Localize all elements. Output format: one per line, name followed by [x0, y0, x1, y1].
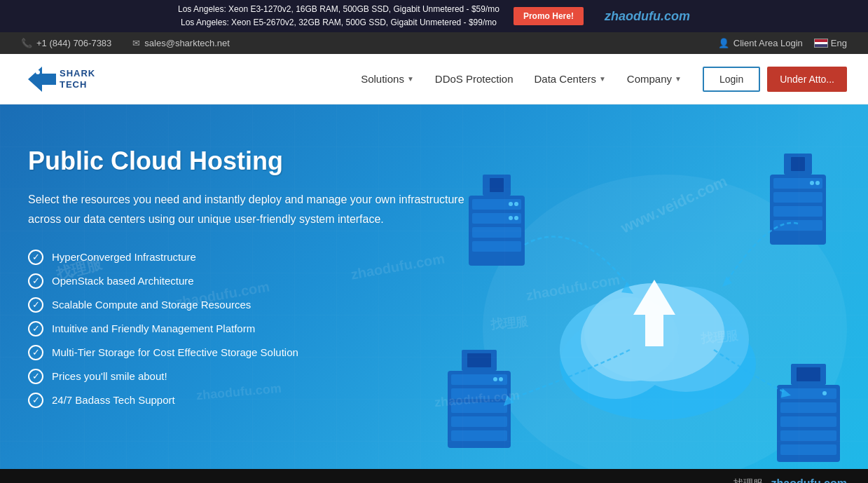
check-icon-4: ✓ — [28, 321, 43, 336]
company-dropdown-arrow: ▼ — [675, 75, 682, 83]
check-icon-3: ✓ — [28, 297, 43, 313]
svg-point-41 — [499, 377, 503, 381]
solutions-dropdown-arrow: ▼ — [407, 75, 414, 83]
feature-hyperconverged: ✓ HyperConverged Infrastructure — [28, 250, 476, 265]
nav-solutions-label: Solutions — [361, 73, 404, 85]
logo-area: SHARK TECH — [21, 60, 112, 98]
email-item: ✉ sales@sharktech.net — [132, 38, 230, 48]
hero-illustration — [448, 118, 868, 469]
feature-text-3: Scalable Compute and Storage Resources — [52, 299, 251, 311]
nav-company[interactable]: Company ▼ — [627, 73, 682, 85]
feature-intuitive: ✓ Intuitive and Friendly Management Plat… — [28, 321, 476, 336]
feature-support: ✓ 24/7 Badass Tech Support — [28, 393, 476, 408]
contact-right: 👤 Client Area Login Eng — [718, 38, 847, 48]
nav-company-label: Company — [627, 73, 672, 85]
svg-point-20 — [514, 202, 518, 206]
svg-rect-45 — [780, 416, 836, 427]
nav-ddos-label: DDoS Protection — [435, 73, 514, 85]
svg-rect-15 — [472, 227, 521, 238]
svg-point-21 — [509, 216, 513, 220]
svg-text:SHARK: SHARK — [60, 68, 95, 79]
svg-rect-29 — [791, 157, 805, 171]
svg-rect-47 — [780, 444, 836, 455]
client-login-link[interactable]: 👤 Client Area Login — [718, 38, 803, 48]
promo-text: Los Angeles: Xeon E3-1270v2, 16GB RAM, 5… — [178, 3, 500, 29]
svg-point-50 — [822, 391, 827, 395]
hero-content: Public Cloud Hosting Select the resource… — [28, 147, 476, 407]
hero-title: Public Cloud Hosting — [28, 147, 476, 176]
svg-rect-26 — [773, 206, 822, 217]
svg-rect-37 — [451, 430, 507, 441]
check-icon-5: ✓ — [28, 345, 43, 360]
feature-text-1: HyperConverged Infrastructure — [52, 251, 196, 263]
email-icon: ✉ — [132, 38, 140, 48]
svg-point-1 — [36, 70, 40, 74]
nav-datacenters-label: Data Centers — [535, 73, 596, 85]
promo-button[interactable]: Promo Here! — [514, 7, 584, 25]
feature-text-5: Multi-Tier Storage for Cost Effective St… — [52, 346, 298, 358]
login-button[interactable]: Login — [703, 67, 760, 92]
svg-rect-25 — [773, 192, 822, 203]
svg-text:TECH: TECH — [60, 79, 87, 90]
navbar: SHARK TECH Solutions ▼ DDoS Protection D… — [0, 54, 868, 104]
phone-item: 📞 +1 (844) 706-7383 — [21, 38, 111, 48]
svg-point-40 — [493, 377, 497, 381]
feature-prices: ✓ Prices you'll smile about! — [28, 369, 476, 384]
logo-box[interactable]: SHARK TECH — [21, 60, 112, 98]
nav-links: Solutions ▼ DDoS Protection Data Centers… — [361, 73, 682, 85]
feature-multitier: ✓ Multi-Tier Storage for Cost Effective … — [28, 345, 476, 360]
hero-description: Select the resources you need and instan… — [28, 190, 476, 228]
nav-ddos[interactable]: DDoS Protection — [435, 73, 514, 85]
user-icon: 👤 — [718, 38, 729, 48]
feature-text-7: 24/7 Badass Tech Support — [52, 394, 175, 406]
check-icon-7: ✓ — [28, 393, 43, 408]
svg-rect-44 — [780, 402, 836, 413]
client-login-label: Client Area Login — [733, 38, 803, 48]
promo-bar: Los Angeles: Xeon E3-1270v2, 16GB RAM, 5… — [0, 0, 868, 32]
feature-openstack: ✓ OpenStack based Architecture — [28, 273, 476, 289]
phone-number: +1 (844) 706-7383 — [36, 38, 111, 48]
svg-rect-46 — [780, 430, 836, 441]
promo-line-1: Los Angeles: Xeon E3-1270v2, 16GB RAM, 5… — [178, 4, 500, 14]
svg-point-31 — [815, 181, 820, 185]
promo-line-2: Los Angeles: Xeon E5-2670v2, 32GB RAM, 5… — [181, 18, 497, 27]
nav-datacenters[interactable]: Data Centers ▼ — [535, 73, 606, 85]
language-selector[interactable]: Eng — [814, 38, 847, 48]
email-address: sales@sharktech.net — [144, 38, 230, 48]
promo-watermark: zhaodufu.com — [605, 9, 690, 24]
language-label: Eng — [831, 38, 847, 48]
bottom-bar: 找理服 zhaodufu.com — [0, 469, 868, 483]
svg-marker-0 — [28, 67, 56, 92]
svg-point-22 — [514, 216, 518, 220]
svg-point-19 — [509, 202, 513, 206]
svg-point-30 — [810, 181, 814, 185]
sharktech-logo: SHARK TECH — [21, 60, 112, 98]
contact-bar: 📞 +1 (844) 706-7383 ✉ sales@sharktech.ne… — [0, 32, 868, 54]
nav-solutions[interactable]: Solutions ▼ — [361, 73, 414, 85]
svg-rect-49 — [797, 367, 820, 381]
under-attack-button[interactable]: Under Atto... — [767, 67, 847, 92]
bottom-logo-text: 找理服 — [733, 477, 763, 483]
svg-rect-18 — [490, 178, 504, 192]
check-icon-6: ✓ — [28, 369, 43, 384]
svg-rect-16 — [472, 241, 521, 252]
contact-left: 📞 +1 (844) 706-7383 ✉ sales@sharktech.ne… — [21, 38, 230, 48]
datacenters-dropdown-arrow: ▼ — [599, 75, 606, 83]
phone-icon: 📞 — [21, 38, 32, 48]
check-icon-2: ✓ — [28, 273, 43, 289]
svg-rect-24 — [773, 178, 822, 189]
feature-text-4: Intuitive and Friendly Management Platfo… — [52, 322, 255, 334]
feature-scalable: ✓ Scalable Compute and Storage Resources — [28, 297, 476, 313]
hero-section: 找理服 zhaodufu.com zhaodufu.com zhaodufu.c… — [0, 104, 868, 469]
bottom-site-text: zhaodufu.com — [771, 477, 847, 483]
feature-text-6: Prices you'll smile about! — [52, 370, 167, 382]
feature-text-2: OpenStack based Architecture — [52, 275, 194, 287]
feature-list: ✓ HyperConverged Infrastructure ✓ OpenSt… — [28, 250, 476, 408]
svg-rect-13 — [472, 199, 521, 210]
check-icon-1: ✓ — [28, 250, 43, 265]
cloud-illustration-svg — [448, 118, 868, 469]
flag-icon — [814, 39, 828, 48]
svg-rect-14 — [472, 213, 521, 224]
svg-rect-36 — [451, 416, 507, 427]
